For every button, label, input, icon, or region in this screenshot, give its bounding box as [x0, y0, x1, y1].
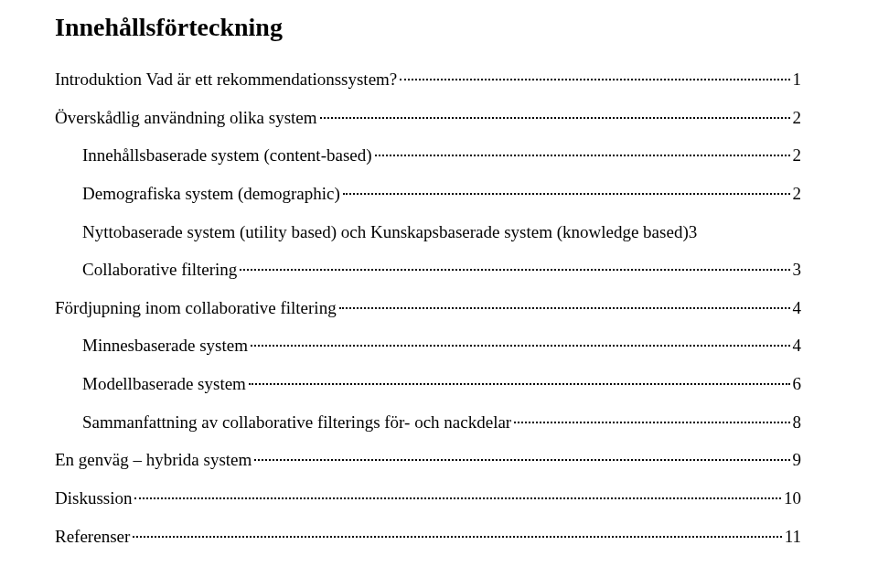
toc-entry: Fördjupning inom collaborative filtering…	[55, 296, 801, 320]
toc-leader-dots	[339, 307, 790, 309]
toc-entry-label: Referenser	[55, 525, 130, 549]
toc-leader-dots	[320, 117, 790, 119]
document-page: Innehållsförteckning Introduktion Vad är…	[0, 0, 878, 548]
toc-entry-page: 11	[785, 525, 801, 549]
toc-entry-page: 4	[793, 334, 802, 358]
toc-entry-page: 2	[793, 144, 802, 167]
toc-entry: Diskussion 10	[55, 486, 801, 510]
toc-entry-label: Modellbaserade system	[82, 372, 246, 396]
toc-entry-page: 2	[793, 182, 802, 206]
toc-entry-label: Diskussion	[55, 486, 132, 510]
toc-entry-page: 4	[793, 296, 802, 320]
toc-entry-label: Collaborative filtering	[82, 258, 237, 282]
toc-entry-label: Demografiska system (demographic)	[82, 182, 340, 206]
toc-entry: Demografiska system (demographic) 2	[55, 182, 801, 206]
toc-leader-dots	[240, 269, 789, 271]
toc-entry-page: 8	[793, 411, 802, 434]
toc-entry-page: 1	[793, 68, 802, 91]
toc-entry-page: 9	[793, 448, 802, 472]
toc-entry: Nyttobaserade system (utility based) och…	[55, 220, 801, 244]
toc-leader-dots	[133, 536, 781, 538]
toc-entry-page: 10	[784, 486, 801, 510]
toc-entry: Överskådlig användning olika system 2	[55, 106, 801, 130]
toc-entry-page: 2	[793, 106, 802, 130]
toc-entry-label: En genväg – hybrida system	[55, 448, 252, 472]
toc-entry-label: Innehållsbaserade system (content-based)	[82, 144, 372, 167]
toc-entry-page: 3	[793, 258, 802, 282]
toc-entry: Collaborative filtering 3	[55, 258, 801, 282]
toc-leader-dots	[343, 193, 790, 195]
toc-entry-label: Introduktion Vad är ett rekommendationss…	[55, 68, 397, 91]
toc-entry-label: Nyttobaserade system (utility based) och…	[82, 220, 689, 244]
toc-leader-dots	[400, 79, 789, 80]
toc-entry: Innehållsbaserade system (content-based)…	[55, 144, 801, 167]
toc-entry: Sammanfattning av collaborative filterin…	[55, 411, 801, 434]
toc-entry-page: 3	[689, 220, 698, 244]
toc-entry-label: Fördjupning inom collaborative filtering	[55, 296, 337, 320]
toc-entry: Introduktion Vad är ett rekommendationss…	[55, 68, 801, 91]
toc-leader-dots	[254, 459, 789, 461]
toc-list: Introduktion Vad är ett rekommendationss…	[55, 68, 801, 548]
toc-entry: Referenser 11	[55, 525, 801, 549]
toc-entry-page: 6	[793, 372, 802, 396]
toc-entry-label: Minnesbaserade system	[82, 334, 248, 358]
toc-leader-dots	[249, 383, 790, 385]
toc-entry-label: Sammanfattning av collaborative filterin…	[82, 411, 511, 434]
toc-leader-dots	[514, 422, 789, 423]
toc-leader-dots	[251, 345, 790, 347]
toc-leader-dots	[375, 155, 790, 156]
toc-entry: Modellbaserade system 6	[55, 372, 801, 396]
toc-title: Innehållsförteckning	[55, 13, 801, 42]
toc-entry: Minnesbaserade system 4	[55, 334, 801, 358]
toc-entry: En genväg – hybrida system 9	[55, 448, 801, 472]
toc-entry-label: Överskådlig användning olika system	[55, 106, 317, 130]
toc-leader-dots	[134, 497, 781, 499]
